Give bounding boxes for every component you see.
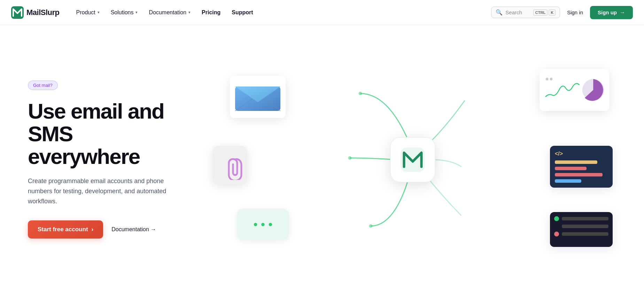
- hero-left: Got mail? Use email and SMS everywhere C…: [28, 81, 209, 239]
- terminal-line-1: [554, 216, 608, 221]
- search-bar[interactable]: 🔍 Search CTRL K: [491, 7, 560, 18]
- hero-section: Got mail? Use email and SMS everywhere C…: [0, 25, 644, 294]
- svg-point-3: [348, 156, 352, 160]
- paperclip-icon: [224, 156, 243, 180]
- term-text-1: [562, 217, 608, 220]
- envelope-icon: [233, 80, 282, 114]
- chevron-down-icon: ▾: [135, 10, 138, 15]
- attachment-card: [212, 146, 247, 184]
- sign-in-link[interactable]: Sign in: [564, 9, 586, 15]
- terminal-line-2: [554, 225, 608, 228]
- hero-illustration: ● ● ● </>: [209, 55, 616, 264]
- hero-subtitle: Create programmable email accounts and p…: [28, 176, 181, 206]
- term-text-3: [562, 232, 608, 236]
- svg-point-10: [550, 77, 553, 80]
- pie-chart: [581, 78, 605, 102]
- docs-link[interactable]: Documentation →: [111, 226, 156, 233]
- nav-left: MailSlurp Product ▾ Solutions ▾ Document…: [11, 0, 259, 25]
- logo-icon: [11, 6, 24, 19]
- code-line-3: [555, 173, 603, 176]
- center-m-icon: [401, 148, 425, 172]
- dot-3: ●: [268, 220, 273, 229]
- sms-card: ● ● ●: [237, 209, 289, 240]
- hero-actions: Start free account › Documentation →: [28, 220, 209, 239]
- code-tag-open: </>: [555, 151, 563, 157]
- dot-1: ●: [253, 220, 258, 229]
- terminal-line-3: [554, 232, 608, 236]
- logo-text: MailSlurp: [26, 8, 60, 17]
- terminal-card: [550, 212, 613, 247]
- svg-point-4: [369, 224, 373, 228]
- chevron-down-icon: ▾: [188, 10, 191, 15]
- k-key: K: [549, 9, 556, 16]
- nav-pricing[interactable]: Pricing: [196, 0, 226, 25]
- hero-title: Use email and SMS everywhere: [28, 100, 209, 168]
- svg-point-2: [359, 92, 362, 95]
- arrow-right-icon: →: [620, 9, 625, 16]
- nav-links: Product ▾ Solutions ▾ Documentation ▾ Pr…: [71, 0, 259, 25]
- code-line-1: [555, 160, 597, 164]
- analytics-card: [540, 69, 609, 111]
- center-logo-card: [390, 137, 435, 182]
- navbar: MailSlurp Product ▾ Solutions ▾ Document…: [0, 0, 644, 25]
- chevron-down-icon: ▾: [98, 10, 100, 15]
- nav-support[interactable]: Support: [226, 0, 258, 25]
- term-text-2: [562, 225, 608, 228]
- logo-link[interactable]: MailSlurp: [11, 6, 60, 19]
- nav-product[interactable]: Product ▾: [71, 0, 105, 25]
- code-line-2: [555, 167, 587, 170]
- line-chart: [544, 76, 581, 104]
- nav-solutions[interactable]: Solutions ▾: [105, 0, 143, 25]
- dot-2: ●: [261, 220, 265, 229]
- code-line-4: [555, 179, 581, 183]
- email-card: [230, 76, 286, 118]
- code-card: </>: [550, 146, 613, 188]
- search-text: Search: [505, 9, 522, 15]
- cta-button[interactable]: Start free account ›: [28, 220, 103, 239]
- check-dot: [554, 216, 559, 221]
- ctrl-key: CTRL: [533, 9, 548, 16]
- x-dot: [554, 232, 559, 236]
- nav-right: 🔍 Search CTRL K Sign in Sign up →: [491, 6, 633, 19]
- svg-point-9: [546, 77, 549, 80]
- sign-up-button[interactable]: Sign up →: [590, 6, 633, 19]
- hero-badge: Got mail?: [28, 81, 58, 90]
- nav-documentation[interactable]: Documentation ▾: [143, 0, 196, 25]
- arrow-right-icon: ›: [92, 226, 94, 233]
- keyboard-shortcut: CTRL K: [533, 9, 556, 16]
- search-icon: 🔍: [496, 9, 503, 16]
